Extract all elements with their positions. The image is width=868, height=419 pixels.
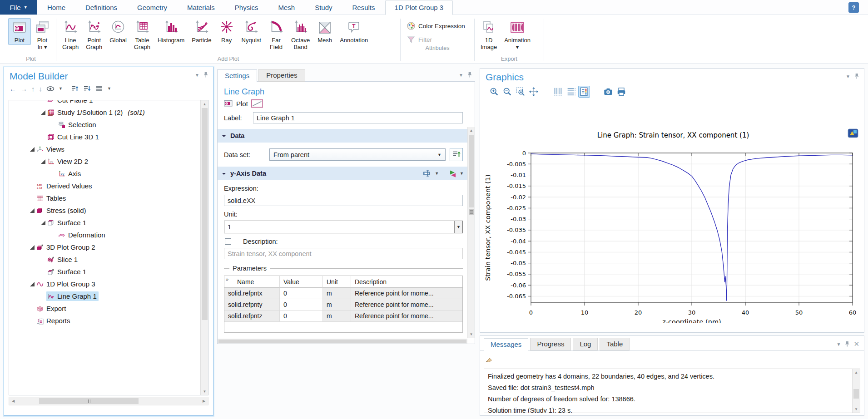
image-snapshot-icon[interactable] bbox=[602, 86, 614, 98]
line-style-icon[interactable] bbox=[251, 99, 263, 108]
chevron-down-icon[interactable]: ▼ bbox=[59, 86, 63, 91]
param-cell[interactable]: 0 bbox=[280, 288, 323, 299]
settings-horizontal-scrollbar[interactable] bbox=[218, 339, 467, 344]
ribbon-button-plot[interactable]: Plot bbox=[8, 18, 31, 45]
move-down-icon[interactable]: ↓ bbox=[39, 85, 43, 93]
messages-vertical-scrollbar[interactable]: ▲ ▼ bbox=[852, 369, 860, 413]
scroll-up-icon[interactable]: ▲ bbox=[201, 100, 208, 108]
ribbon-button-octave-band[interactable]: Octave Band bbox=[288, 18, 313, 52]
clear-messages-icon[interactable] bbox=[480, 351, 864, 365]
param-cell[interactable]: solid.refpnty bbox=[224, 299, 280, 311]
param-cell[interactable]: solid.refpntx bbox=[224, 288, 280, 299]
label-input[interactable]: Line Graph 1 bbox=[253, 112, 463, 123]
tree-expander-icon[interactable] bbox=[29, 282, 35, 286]
tab-table[interactable]: Table bbox=[600, 338, 630, 350]
tree-item-1d-plot-group-3[interactable]: 1D Plot Group 3 bbox=[9, 278, 200, 290]
pin-icon[interactable] bbox=[467, 72, 472, 78]
tree-expander-icon[interactable] bbox=[40, 110, 46, 115]
filter-button[interactable]: Filter bbox=[407, 35, 469, 44]
go-to-source-button[interactable] bbox=[450, 148, 463, 161]
scroll-right-icon[interactable]: ▶ bbox=[200, 397, 208, 405]
expand-columns-icon[interactable]: » bbox=[226, 276, 228, 282]
x-grid-icon[interactable] bbox=[552, 86, 564, 98]
chevron-down-icon[interactable]: ▼ bbox=[195, 73, 199, 78]
tree-item-axis[interactable]: xyAxis bbox=[9, 168, 200, 180]
tab-messages[interactable]: Messages bbox=[484, 338, 528, 351]
zoom-extents-icon[interactable] bbox=[528, 86, 540, 98]
param-cell[interactable]: 0 bbox=[280, 311, 323, 322]
tab-log[interactable]: Log bbox=[573, 338, 598, 350]
ribbon-button-particle[interactable]: Particle bbox=[188, 18, 215, 45]
tree-item-deformation[interactable]: Deformation bbox=[9, 229, 200, 241]
tab-properties[interactable]: Properties bbox=[258, 69, 305, 82]
param-cell[interactable]: Reference point for mome... bbox=[351, 299, 462, 311]
data-set-dropdown[interactable]: From parent ▼ bbox=[269, 148, 446, 161]
tab-mesh[interactable]: Mesh bbox=[268, 0, 305, 15]
chevron-down-icon[interactable]: ▼ bbox=[459, 73, 463, 78]
chevron-down-icon[interactable]: ▼ bbox=[837, 342, 841, 347]
color-legend-toggle-icon[interactable] bbox=[578, 86, 590, 98]
param-cell[interactable]: m bbox=[323, 288, 351, 299]
ribbon-button-global[interactable]: Global bbox=[106, 18, 130, 45]
tree-item-cut-plane-1[interactable]: Cut Plane 1 bbox=[9, 100, 200, 106]
file-menu-button[interactable]: File▼ bbox=[0, 0, 37, 15]
ribbon-button-point-graph[interactable]: Point Graph bbox=[82, 18, 106, 52]
tree-item-view-2d-2[interactable]: xyView 2D 2 bbox=[9, 155, 200, 168]
chevron-down-icon[interactable]: ▼ bbox=[107, 86, 111, 91]
chevron-down-icon[interactable]: ▼ bbox=[435, 171, 439, 176]
pin-icon[interactable] bbox=[854, 73, 859, 79]
back-arrow-icon[interactable]: ← bbox=[10, 85, 16, 93]
description-checkbox[interactable] bbox=[225, 238, 231, 245]
tree-item-derived-values[interactable]: 8.85e-12Derived Values bbox=[9, 180, 200, 192]
data-section-header[interactable]: Data bbox=[218, 129, 468, 143]
forward-arrow-icon[interactable]: → bbox=[20, 85, 27, 93]
ribbon-button-plot-in[interactable]: Plot In ▾ bbox=[31, 18, 54, 52]
help-icon[interactable]: ? bbox=[848, 2, 859, 13]
unit-combo[interactable]: 1 ▼ bbox=[224, 221, 463, 233]
param-cell[interactable]: solid.refpntz bbox=[224, 311, 280, 322]
tree-expander-icon[interactable] bbox=[29, 245, 35, 250]
tab-progress[interactable]: Progress bbox=[530, 338, 571, 350]
tree-expander-icon[interactable] bbox=[40, 159, 46, 164]
zoom-out-icon[interactable] bbox=[501, 86, 513, 98]
print-icon[interactable] bbox=[615, 86, 627, 98]
tree-item-surface-1[interactable]: Surface 1 bbox=[9, 217, 200, 229]
collapse-all-icon[interactable] bbox=[70, 84, 79, 93]
tree-horizontal-scrollbar[interactable]: ◀ ▶ bbox=[9, 397, 208, 405]
tree-expander-icon[interactable] bbox=[29, 147, 35, 152]
tab-materials[interactable]: Materials bbox=[177, 0, 225, 15]
param-cell[interactable]: m bbox=[323, 299, 351, 311]
tree-expander-icon[interactable] bbox=[40, 221, 46, 225]
line-chart[interactable]: 01020304050600-0.005-0.01-0.015-0.02-0.0… bbox=[480, 141, 864, 323]
node-order-icon[interactable] bbox=[95, 84, 103, 93]
ribbon-button-ray[interactable]: Ray bbox=[215, 18, 238, 45]
ribbon-button-animation[interactable]: Animation ▾ bbox=[501, 18, 534, 52]
tab-1d-plot-group-3[interactable]: 1D Plot Group 3 bbox=[385, 0, 453, 15]
tab-definitions[interactable]: Definitions bbox=[75, 0, 127, 15]
zoom-in-icon[interactable] bbox=[488, 86, 500, 98]
tree-item-cut-line-3d-1[interactable]: Cut Line 3D 1 bbox=[9, 131, 200, 143]
tree-item-stress-solid-[interactable]: Stress (solid) bbox=[9, 204, 200, 217]
tree-item-line-graph-1[interactable]: Line Graph 1 bbox=[9, 290, 200, 302]
ribbon-button-mesh[interactable]: Mesh bbox=[313, 18, 336, 45]
close-icon[interactable]: ✕ bbox=[853, 340, 859, 348]
tab-settings[interactable]: Settings bbox=[217, 69, 257, 82]
ribbon-button-far-field[interactable]: Far Field bbox=[265, 18, 288, 52]
param-cell[interactable]: m bbox=[323, 311, 351, 322]
expand-all-icon[interactable] bbox=[83, 84, 91, 93]
param-cell[interactable]: 0 bbox=[280, 299, 323, 311]
tree-item-selection[interactable]: Selection bbox=[9, 118, 200, 131]
tab-home[interactable]: Home bbox=[37, 0, 75, 15]
zoom-box-icon[interactable] bbox=[515, 86, 526, 98]
scroll-up-icon[interactable]: ▲ bbox=[853, 369, 860, 376]
chevron-down-icon[interactable]: ▼ bbox=[460, 171, 464, 176]
tree-item-3d-plot-group-2[interactable]: 3D Plot Group 2 bbox=[9, 241, 200, 253]
pin-icon[interactable] bbox=[844, 341, 850, 347]
tree-item-study-1-solution-1-2-[interactable]: Study 1/Solution 1 (2)(sol1) bbox=[9, 106, 200, 118]
tree-item-reports[interactable]: Reports bbox=[9, 315, 200, 327]
scroll-down-icon[interactable]: ▼ bbox=[468, 331, 475, 338]
color-expression-button[interactable]: Color Expression bbox=[407, 21, 469, 31]
tree-item-views[interactable]: Views bbox=[9, 143, 200, 155]
tab-physics[interactable]: Physics bbox=[225, 0, 268, 15]
expression-input[interactable]: solid.eXX bbox=[224, 195, 463, 206]
